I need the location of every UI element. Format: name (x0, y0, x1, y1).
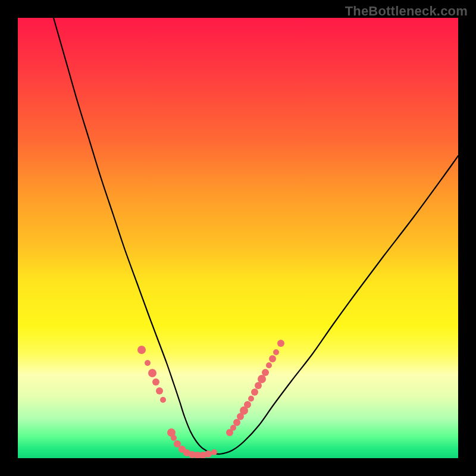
marker-dot (230, 425, 236, 431)
marker-dot (174, 440, 181, 447)
marker-dot (277, 340, 284, 347)
marker-dot (251, 389, 258, 396)
marker-dot (248, 396, 254, 402)
marker-dot (266, 362, 272, 368)
marker-dot (171, 435, 177, 441)
marker-dot (145, 360, 151, 366)
plot-area (18, 18, 458, 458)
marker-dot (262, 369, 269, 376)
marker-dot (258, 375, 266, 383)
marker-dot (211, 449, 217, 455)
marker-dot (273, 349, 279, 355)
marker-dot (148, 369, 156, 377)
marker-dot (269, 355, 276, 362)
marker-dot (160, 397, 166, 403)
highlight-markers (137, 340, 284, 458)
watermark-text: TheBottleneck.com (345, 4, 468, 19)
marker-dot (205, 450, 212, 458)
marker-dot (244, 401, 251, 408)
chart-container: TheBottleneck.com (0, 0, 476, 476)
curve-svg (18, 18, 458, 458)
marker-dot (137, 346, 146, 354)
marker-dot (152, 378, 159, 386)
marker-dot (255, 382, 262, 389)
marker-dot (156, 387, 163, 394)
bottleneck-curve (54, 18, 458, 454)
marker-dot (233, 419, 240, 426)
